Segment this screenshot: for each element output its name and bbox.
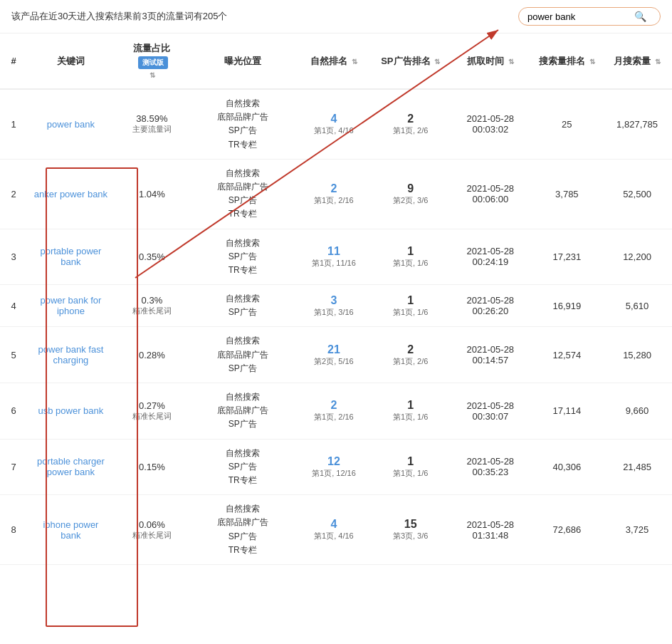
traffic-pct: 0.06% xyxy=(120,519,184,530)
keyword-link[interactable]: power bank for iphone xyxy=(40,295,101,316)
position-item: SP广告 xyxy=(195,194,290,207)
sp-rank-num: 1 xyxy=(377,399,443,412)
keywords-table: # 关键词 流量占比 测试版 ⇅ 曝光位置 xyxy=(0,33,672,565)
search-button[interactable]: 🔍 xyxy=(634,11,646,22)
natural-rank-page: 第1页, 3/16 xyxy=(302,307,367,318)
position-item: SP广告 xyxy=(195,124,290,137)
natural-rank-page: 第1页, 12/16 xyxy=(302,468,367,479)
keyword-link[interactable]: power bank fast charging xyxy=(38,344,104,365)
keyword-link[interactable]: anker power bank xyxy=(34,189,107,199)
natural-rank-num: 3 xyxy=(302,294,367,307)
keyword-link[interactable]: power bank xyxy=(47,119,95,130)
col-header-traffic[interactable]: 流量占比 测试版 ⇅ xyxy=(115,33,189,89)
cell-traffic: 0.3%精准长尾词 xyxy=(115,285,189,327)
sort-icon-capture[interactable]: ⇅ xyxy=(508,58,514,66)
cell-search-rank: 25 xyxy=(532,89,602,159)
natural-rank-page: 第1页, 11/16 xyxy=(302,258,367,269)
position-item: SP广告 xyxy=(195,306,290,319)
cell-natural-rank: 12第1页, 12/16 xyxy=(296,439,372,495)
cell-natural-rank: 4第1页, 4/16 xyxy=(296,495,372,565)
keyword-link[interactable]: portable power bank xyxy=(40,246,101,267)
position-item: 自然搜索 xyxy=(195,167,290,180)
traffic-pct: 0.15% xyxy=(120,462,184,472)
sp-rank-page: 第2页, 3/6 xyxy=(377,195,443,206)
traffic-pct: 0.35% xyxy=(120,251,184,262)
position-item: TR专栏 xyxy=(195,474,290,487)
traffic-pct: 0.27% xyxy=(120,400,184,411)
natural-rank-page: 第1页, 4/16 xyxy=(302,125,367,136)
col-header-natural[interactable]: 自然排名 ⇅ xyxy=(296,33,372,89)
traffic-tag: 精准长尾词 xyxy=(120,306,184,316)
cell-capture-time: 2021-05-2800:14:57 xyxy=(449,327,532,383)
position-item: 底部品牌广告 xyxy=(195,516,290,529)
cell-sp-rank: 1第1页, 1/6 xyxy=(372,383,449,440)
position-item: 自然搜索 xyxy=(195,502,290,516)
cell-natural-rank: 11第1页, 11/16 xyxy=(296,229,372,285)
cell-num: 7 xyxy=(0,439,27,495)
keyword-link[interactable]: usb power bank xyxy=(38,405,104,416)
col-header-sp[interactable]: SP广告排名 ⇅ xyxy=(372,33,449,89)
natural-rank-page: 第2页, 5/16 xyxy=(302,356,367,367)
traffic-pct: 38.59% xyxy=(120,113,184,124)
cell-keyword[interactable]: iphone power bank xyxy=(27,495,115,565)
table-row: 4power bank for iphone0.3%精准长尾词自然搜索SP广告3… xyxy=(0,285,672,327)
cell-monthly: 5,610 xyxy=(602,285,672,327)
cell-keyword[interactable]: power bank xyxy=(27,89,115,159)
keyword-link[interactable]: iphone power bank xyxy=(43,519,98,541)
cell-positions: 自然搜索底部品牌广告SP广告 xyxy=(189,327,296,383)
cell-sp-rank: 9第2页, 3/6 xyxy=(372,159,449,229)
sp-rank-num: 1 xyxy=(377,455,443,468)
traffic-pct: 0.28% xyxy=(120,350,184,360)
cell-keyword[interactable]: anker power bank xyxy=(27,159,115,229)
sort-icon-natural[interactable]: ⇅ xyxy=(352,58,357,66)
cell-capture-time: 2021-05-2800:30:07 xyxy=(449,383,532,440)
position-item: 自然搜索 xyxy=(195,334,290,348)
cell-keyword[interactable]: usb power bank xyxy=(27,383,115,440)
natural-rank-num: 4 xyxy=(302,518,367,531)
natural-rank-page: 第1页, 2/16 xyxy=(302,412,367,422)
table-header-row: # 关键词 流量占比 测试版 ⇅ 曝光位置 xyxy=(0,33,672,89)
cell-keyword[interactable]: portable power bank xyxy=(27,229,115,285)
sort-icon-monthly[interactable]: ⇅ xyxy=(655,58,661,66)
position-item: 底部品牌广告 xyxy=(195,348,290,362)
cell-traffic: 0.27%精准长尾词 xyxy=(115,383,189,440)
position-item: SP广告 xyxy=(195,250,290,264)
traffic-pct: 1.04% xyxy=(120,189,184,199)
traffic-tag: 精准长尾词 xyxy=(120,411,184,422)
position-item: SP广告 xyxy=(195,417,290,431)
sp-rank-page: 第1页, 1/6 xyxy=(377,468,443,479)
col-header-search-rank[interactable]: 搜索量排名 ⇅ xyxy=(532,33,602,89)
cell-search-rank: 12,574 xyxy=(532,327,602,383)
position-item: TR专栏 xyxy=(195,264,290,277)
natural-rank-page: 第1页, 4/16 xyxy=(302,531,367,541)
cell-natural-rank: 3第1页, 3/16 xyxy=(296,285,372,327)
position-item: TR专栏 xyxy=(195,544,290,557)
col-header-keyword: 关键词 xyxy=(27,33,115,89)
info-text: 该产品在近30天进入搜索结果前3页的流量词有205个 xyxy=(11,10,227,23)
col-header-monthly[interactable]: 月搜索量 ⇅ xyxy=(602,33,672,89)
data-table-container: # 关键词 流量占比 测试版 ⇅ 曝光位置 xyxy=(0,33,672,565)
position-item: SP广告 xyxy=(195,362,290,375)
cell-positions: 自然搜索底部品牌广告SP广告TR专栏 xyxy=(189,89,296,159)
cell-num: 6 xyxy=(0,383,27,440)
cell-search-rank: 3,785 xyxy=(532,159,602,229)
search-area: 🔍 xyxy=(518,7,661,26)
top-bar: 该产品在近30天进入搜索结果前3页的流量词有205个 🔍 xyxy=(0,0,672,33)
sort-icon-traffic[interactable]: ⇅ xyxy=(149,71,155,79)
sp-rank-page: 第3页, 3/6 xyxy=(377,531,443,541)
cell-keyword[interactable]: power bank for iphone xyxy=(27,285,115,327)
cell-num: 2 xyxy=(0,159,27,229)
cell-positions: 自然搜索SP广告 xyxy=(189,285,296,327)
search-input[interactable] xyxy=(527,11,634,22)
sort-icon-search-rank[interactable]: ⇅ xyxy=(589,58,595,66)
table-row: 8iphone power bank0.06%精准长尾词自然搜索底部品牌广告SP… xyxy=(0,495,672,565)
cell-keyword[interactable]: portable charger power bank xyxy=(27,439,115,495)
search-box[interactable]: 🔍 xyxy=(518,7,661,26)
natural-rank-num: 4 xyxy=(302,113,367,125)
col-header-capture[interactable]: 抓取时间 ⇅ xyxy=(449,33,532,89)
position-item: 底部品牌广告 xyxy=(195,180,290,194)
cell-capture-time: 2021-05-2800:35:23 xyxy=(449,439,532,495)
cell-keyword[interactable]: power bank fast charging xyxy=(27,327,115,383)
sort-icon-sp[interactable]: ⇅ xyxy=(434,58,440,66)
keyword-link[interactable]: portable charger power bank xyxy=(37,456,105,477)
